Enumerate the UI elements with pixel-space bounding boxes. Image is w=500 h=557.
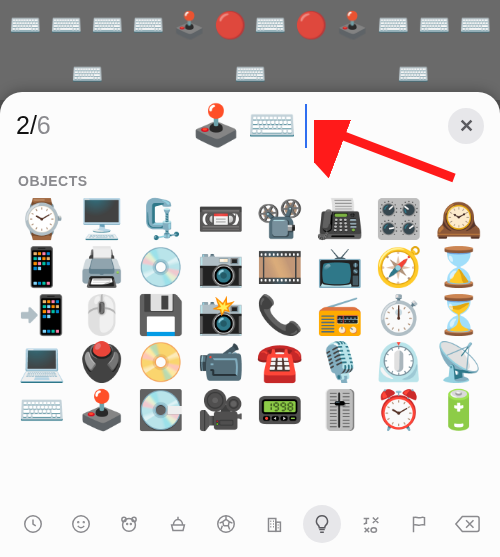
svg-rect-12 xyxy=(276,522,281,531)
emoji-cell[interactable]: 📹 xyxy=(193,342,249,384)
bg-emoji: ⌨️ xyxy=(91,10,123,41)
emoji-cell[interactable]: 🖥️ xyxy=(74,199,130,241)
category-smileys[interactable] xyxy=(62,505,100,543)
building-icon xyxy=(263,513,285,535)
emoji-cell[interactable]: 🎞️ xyxy=(252,247,308,289)
emoji-cell[interactable]: 💻 xyxy=(14,342,70,384)
emoji-cell[interactable]: 🔋 xyxy=(431,390,487,432)
emoji-cell[interactable]: 💾 xyxy=(133,295,189,337)
category-symbols[interactable] xyxy=(352,505,390,543)
bg-emoji: ⌨️ xyxy=(9,10,41,41)
counter-total: 6 xyxy=(37,111,51,139)
bg-emoji: ⌨️ xyxy=(397,59,429,90)
smiley-icon xyxy=(70,513,92,535)
close-button[interactable]: ✕ xyxy=(448,108,484,144)
category-travel[interactable] xyxy=(255,505,293,543)
emoji-cell[interactable]: 🗜️ xyxy=(133,199,189,241)
counter-current: 2 xyxy=(16,111,30,139)
flag-icon xyxy=(408,513,430,535)
category-objects[interactable] xyxy=(303,505,341,543)
bg-emoji: 🔴 xyxy=(295,10,327,41)
emoji-cell[interactable]: ⏰ xyxy=(371,390,427,432)
soccer-icon xyxy=(215,513,237,535)
emoji-cell[interactable]: 📻 xyxy=(312,295,368,337)
emoji-cell[interactable]: 📲 xyxy=(14,295,70,337)
category-animals[interactable] xyxy=(110,505,148,543)
emoji-limit-counter: 2/6 xyxy=(16,111,51,140)
svg-point-8 xyxy=(127,524,128,525)
category-bar xyxy=(0,497,500,557)
svg-rect-11 xyxy=(269,519,276,532)
emoji-cell[interactable]: 🕹️ xyxy=(74,390,130,432)
food-icon xyxy=(167,513,189,535)
emoji-cell[interactable]: ⌛ xyxy=(431,247,487,289)
emoji-grid: ⌚🖥️🗜️📼📽️📠🎛️🕰️📱🖨️💿📷🎞️📺🧭⌛📲🖱️💾📸📞📻⏱️⏳💻🖲️📀📹☎️… xyxy=(0,195,500,497)
emoji-cell[interactable]: 📱 xyxy=(14,247,70,289)
emoji-cell[interactable]: 📀 xyxy=(133,342,189,384)
bg-emoji: 🕹️ xyxy=(173,10,205,41)
emoji-cell[interactable]: 🕰️ xyxy=(431,199,487,241)
emoji-cell[interactable]: ⏱️ xyxy=(371,295,427,337)
emoji-cell[interactable]: 📼 xyxy=(193,199,249,241)
input-emoji-1: ⌨️ xyxy=(247,102,297,149)
bg-emoji: ⌨️ xyxy=(132,10,164,41)
counter-sep: / xyxy=(30,111,37,139)
emoji-cell[interactable]: 🎛️ xyxy=(371,199,427,241)
emoji-cell[interactable]: 📺 xyxy=(312,247,368,289)
background-chat-strip: ⌨️⌨️⌨️⌨️🕹️🔴⌨️🔴🕹️⌨️⌨️⌨️⌨️⌨️⌨️ xyxy=(0,0,500,100)
emoji-cell[interactable]: 📟 xyxy=(252,390,308,432)
emoji-cell[interactable]: 🎥 xyxy=(193,390,249,432)
bg-emoji: 🕹️ xyxy=(336,10,368,41)
delete-button[interactable] xyxy=(448,505,486,543)
clock-icon xyxy=(22,513,44,535)
emoji-cell[interactable]: ⏲️ xyxy=(371,342,427,384)
emoji-cell[interactable]: 🎙️ xyxy=(312,342,368,384)
emoji-cell[interactable]: 📠 xyxy=(312,199,368,241)
bg-emoji: ⌨️ xyxy=(71,59,103,90)
emoji-cell[interactable]: 🖨️ xyxy=(74,247,130,289)
emoji-cell[interactable]: 📡 xyxy=(431,342,487,384)
text-caret xyxy=(305,104,307,148)
emoji-cell[interactable]: 📷 xyxy=(193,247,249,289)
bg-emoji: ⌨️ xyxy=(418,10,450,41)
category-flags[interactable] xyxy=(400,505,438,543)
emoji-cell[interactable]: 📞 xyxy=(252,295,308,337)
bg-emoji: ⌨️ xyxy=(254,10,286,41)
emoji-cell[interactable]: 📸 xyxy=(193,295,249,337)
emoji-cell[interactable]: ⏳ xyxy=(431,295,487,337)
svg-point-5 xyxy=(123,519,136,532)
emoji-cell[interactable]: 💽 xyxy=(133,390,189,432)
svg-point-3 xyxy=(78,522,79,523)
emoji-picker-panel: 2/6 🕹️ ⌨️ ✕ OBJECTS ⌚🖥️🗜️📼📽️📠🎛️🕰️📱🖨️💿📷🎞️… xyxy=(0,92,500,557)
category-recent[interactable] xyxy=(14,505,52,543)
emoji-cell[interactable]: 💿 xyxy=(133,247,189,289)
close-icon: ✕ xyxy=(459,115,474,137)
bg-emoji: ⌨️ xyxy=(377,10,409,41)
emoji-input-field[interactable]: 🕹️ ⌨️ xyxy=(59,102,440,149)
svg-point-7 xyxy=(132,517,136,521)
category-food[interactable] xyxy=(159,505,197,543)
delete-icon xyxy=(454,514,480,534)
input-emoji-0: 🕹️ xyxy=(191,102,241,149)
bg-emoji: 🔴 xyxy=(214,10,246,41)
emoji-cell[interactable]: 🖱️ xyxy=(74,295,130,337)
emoji-cell[interactable]: 🎚️ xyxy=(312,390,368,432)
lightbulb-icon xyxy=(311,513,333,535)
emoji-cell[interactable]: 📽️ xyxy=(252,199,308,241)
section-header-objects: OBJECTS xyxy=(0,159,500,195)
input-row: 2/6 🕹️ ⌨️ ✕ xyxy=(0,92,500,159)
emoji-cell[interactable]: ☎️ xyxy=(252,342,308,384)
emoji-cell[interactable]: ⌚ xyxy=(14,199,70,241)
svg-point-2 xyxy=(73,516,90,533)
category-activity[interactable] xyxy=(207,505,245,543)
symbols-icon xyxy=(360,513,382,535)
emoji-cell[interactable]: 🖲️ xyxy=(74,342,130,384)
bg-emoji: ⌨️ xyxy=(234,59,266,90)
svg-point-4 xyxy=(84,522,85,523)
emoji-cell[interactable]: 🧭 xyxy=(371,247,427,289)
svg-point-9 xyxy=(131,524,132,525)
svg-point-6 xyxy=(122,517,126,521)
bg-emoji: ⌨️ xyxy=(459,10,491,41)
emoji-cell[interactable]: ⌨️ xyxy=(14,390,70,432)
bear-icon xyxy=(118,513,140,535)
